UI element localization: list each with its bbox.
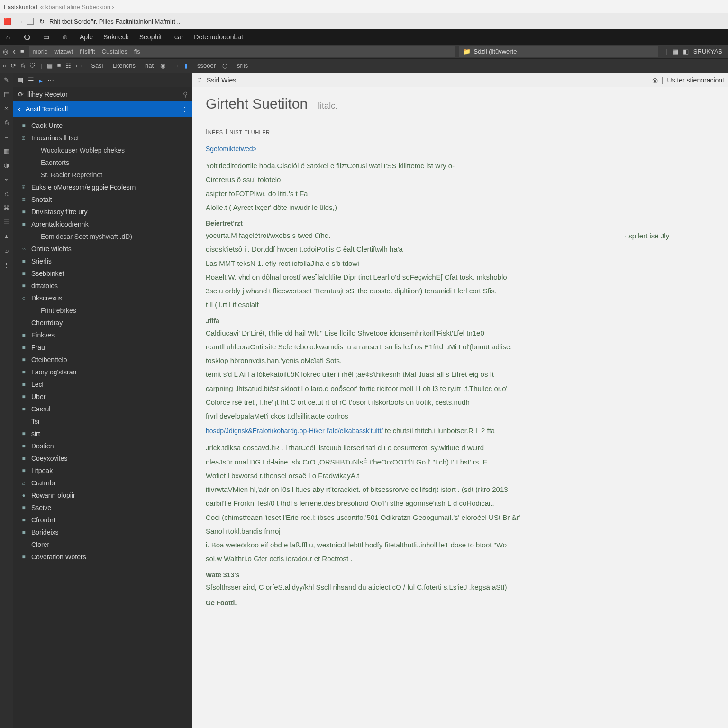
doc-tab-right-label[interactable]: Us ter stienoraciont: [667, 76, 724, 84]
tool-icon[interactable]: ▭: [172, 62, 178, 69]
shield-icon[interactable]: [29, 62, 36, 69]
gutter-icon[interactable]: ☰: [3, 218, 10, 226]
home-icon[interactable]: ⌂: [4, 33, 12, 41]
menu-item[interactable]: Sokneck: [103, 33, 129, 41]
sidebar-item[interactable]: ■Borideixs: [13, 526, 192, 538]
sidebar-item[interactable]: ■Laory og'stsran: [13, 366, 192, 378]
sidebar-item[interactable]: ■Uber: [13, 391, 192, 403]
breadcrumb-chip[interactable]: Custaties: [102, 48, 127, 55]
toolbar-label[interactable]: nat: [145, 62, 154, 69]
target-icon[interactable]: ◎: [652, 76, 658, 84]
toolbar-label[interactable]: ssooer: [197, 62, 216, 69]
sb-tool-icon[interactable]: ▤: [17, 76, 23, 84]
gutter-icon[interactable]: ▲: [3, 232, 10, 240]
record-icon[interactable]: ◉: [160, 62, 165, 69]
sidebar-item[interactable]: ■Sseive: [13, 501, 192, 514]
gutter-icon[interactable]: ▦: [3, 147, 10, 155]
gutter-icon[interactable]: ⌘: [3, 204, 10, 211]
tool-icon[interactable]: ☷: [65, 62, 71, 69]
sidebar-item[interactable]: St. Racier Repretinet: [13, 169, 192, 181]
breadcrumb-chip[interactable]: moric: [33, 48, 48, 55]
pin-icon[interactable]: ⚲: [183, 91, 188, 98]
tool-icon[interactable]: ▤: [47, 62, 53, 69]
breadcrumb-chip[interactable]: f isilfit: [80, 48, 95, 55]
refresh-icon[interactable]: [18, 91, 24, 98]
doc-tab-label[interactable]: Ssirl Wiesi: [207, 76, 237, 84]
toolbar-label[interactable]: Sasi: [91, 62, 103, 69]
breadcrumb-chip[interactable]: fls: [134, 48, 140, 55]
menu-item[interactable]: rcar: [172, 33, 183, 41]
gutter-icon[interactable]: ⌁: [3, 175, 10, 183]
doc-link[interactable]: Sgefomiktetwed>: [206, 145, 257, 153]
window-icon[interactable]: ▭: [42, 33, 50, 41]
sidebar-item[interactable]: ■Einkves: [13, 329, 192, 341]
sidebar-item[interactable]: ■Dnvistasoy f'tre ury: [13, 206, 192, 218]
sidebar-item[interactable]: ■Coeyxovites: [13, 452, 192, 464]
ext-icon[interactable]: ◧: [683, 48, 689, 55]
tab-favicon-2[interactable]: [27, 18, 34, 25]
toolbar-label[interactable]: Lkenchs: [113, 62, 136, 69]
play-icon[interactable]: [39, 76, 43, 84]
doc-link[interactable]: hosdp/Jdignsk&Eralotirkohardg.op-Hiker l…: [206, 427, 383, 435]
sidebar-item[interactable]: ●Rowann olopiir: [13, 489, 192, 501]
sidebar-item[interactable]: ■Coveration Woters: [13, 551, 192, 563]
sidebar-item[interactable]: Frintrebrkes: [13, 304, 192, 317]
gutter-icon[interactable]: ≡: [3, 133, 10, 140]
sidebar-item[interactable]: Cherrtdray: [13, 317, 192, 329]
sb-tool-icon[interactable]: ⋯: [47, 76, 54, 84]
sidebar-item[interactable]: ⌂Cratrnbr: [13, 477, 192, 489]
sidebar-item[interactable]: ■Caok Unte: [13, 119, 192, 132]
bookmark-icon[interactable]: ▮: [184, 62, 188, 69]
sidebar-item[interactable]: 🗎Inocarinos ll Isct: [13, 132, 192, 144]
back-icon[interactable]: [13, 46, 16, 56]
search-box[interactable]: Sözil (litüvwerte: [459, 46, 658, 57]
breadcrumb-chip[interactable]: wtzawt: [54, 48, 73, 55]
sidebar-item[interactable]: ■Litpeak: [13, 464, 192, 477]
gutter-icon[interactable]: ⎙: [3, 118, 10, 126]
grid-icon[interactable]: ▦: [673, 48, 678, 55]
sidebar-item[interactable]: Clorer: [13, 538, 192, 551]
tab-favicon-1[interactable]: ▭: [15, 18, 23, 25]
gutter-icon[interactable]: ▤: [3, 90, 10, 98]
sidebar-item[interactable]: ■Cfronbrt: [13, 514, 192, 526]
sidebar-item[interactable]: 🗎Euks e oMoresom/elggpie Foolesrn: [13, 181, 192, 193]
more-icon[interactable]: ⋮: [181, 105, 188, 113]
sidebar-item[interactable]: ■dittatoies: [13, 280, 192, 292]
menu-item[interactable]: Seophit: [139, 33, 162, 41]
sidebar-item[interactable]: ■Oteibenttelo: [13, 354, 192, 366]
sidebar-item[interactable]: ■Ssebbinket: [13, 267, 192, 280]
sidebar-header[interactable]: llihey Recetor ⚲: [13, 87, 192, 101]
gutter-icon[interactable]: ✎: [3, 76, 10, 83]
sidebar-item[interactable]: ■Dostien: [13, 440, 192, 452]
sidebar-item[interactable]: ○Dkscrexus: [13, 292, 192, 304]
sidebar-item[interactable]: ■Srierlis: [13, 255, 192, 267]
sidebar-item[interactable]: ■Aorentalkioodrennk: [13, 218, 192, 230]
toolbar-label[interactable]: srlis: [237, 62, 248, 69]
sidebar-item[interactable]: ■Casrul: [13, 403, 192, 415]
sidebar-item[interactable]: ■Frau: [13, 341, 192, 354]
power-icon[interactable]: ⏻: [23, 33, 31, 41]
breadcrumb-input[interactable]: moric wtzawt f isilfit Custaties fls: [29, 46, 455, 57]
gutter-icon[interactable]: ⋮: [3, 261, 10, 268]
sidebar-item[interactable]: Eomidesar Soet myshwaft .dD): [13, 230, 192, 243]
list-icon[interactable]: [20, 48, 24, 55]
sidebar-item[interactable]: Eaontorts: [13, 156, 192, 169]
refresh-icon[interactable]: [11, 62, 16, 69]
sidebar-item[interactable]: Tsi: [13, 415, 192, 428]
gutter-icon[interactable]: ⎌: [3, 190, 10, 197]
tool-icon[interactable]: ⎙: [21, 62, 25, 69]
gutter-icon[interactable]: ⎄: [3, 246, 10, 254]
sb-tool-icon[interactable]: ☰: [28, 76, 34, 84]
collapse-icon[interactable]: [3, 62, 6, 69]
sidebar-item[interactable]: ≡Snotalt: [13, 193, 192, 206]
sidebar-item[interactable]: ■Lecl: [13, 378, 192, 391]
target-icon[interactable]: ◎: [3, 48, 8, 55]
tool-icon[interactable]: ≡: [57, 62, 61, 69]
clock-icon[interactable]: ◷: [222, 62, 228, 69]
menu-item[interactable]: Aple: [80, 33, 93, 41]
menu-item[interactable]: Detenudoopnbat: [194, 33, 243, 41]
sidebar-item[interactable]: ■sirt: [13, 428, 192, 440]
reload-icon[interactable]: ↻: [38, 18, 46, 25]
tool-icon[interactable]: ▭: [76, 62, 82, 69]
panel-icon[interactable]: ⎚: [61, 33, 69, 41]
